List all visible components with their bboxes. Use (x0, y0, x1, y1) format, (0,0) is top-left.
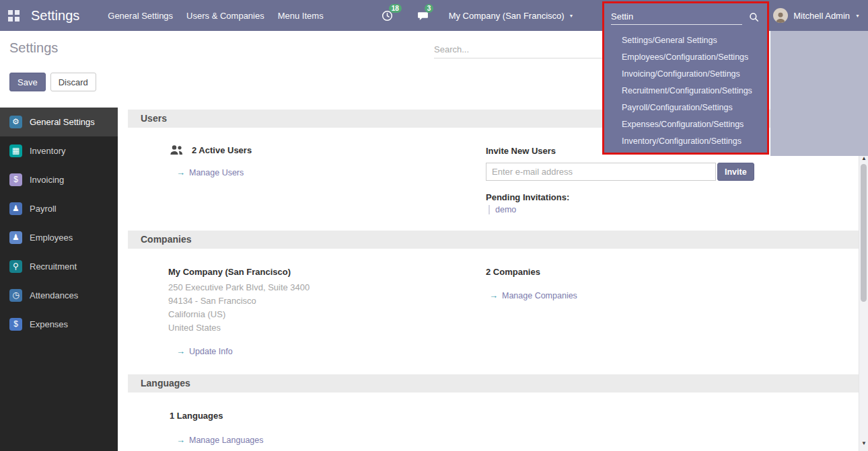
employees-icon: ♟ (9, 231, 22, 244)
sidebar-item-recruitment[interactable]: ⚲ Recruitment (0, 252, 118, 281)
menu-search-results: Settings/General Settings Employees/Conf… (604, 29, 767, 150)
sidebar-item-invoicing[interactable]: $ Invoicing (0, 165, 118, 194)
arrow-right-icon: → (176, 435, 185, 445)
sidebar-item-attendances[interactable]: ◷ Attendances (0, 281, 118, 310)
address-line: California (US) (168, 308, 310, 321)
users-icon (168, 145, 184, 155)
attendances-icon: ◷ (9, 289, 22, 302)
app-name[interactable]: Settings (31, 8, 79, 24)
search-result-item[interactable]: Inventory/Configuration/Settings (604, 133, 767, 150)
company-address: 250 Executive Park Blvd, Suite 3400 9413… (168, 281, 310, 335)
activity-count-badge: 18 (389, 4, 402, 13)
payroll-icon: ♟ (9, 202, 22, 215)
avatar (773, 8, 788, 23)
manage-users-link[interactable]: → Manage Users (176, 167, 244, 177)
company-name: My Company (San Francisco) (168, 267, 291, 277)
top-menu-menu-items[interactable]: Menu Items (278, 8, 324, 24)
top-menu: General Settings Users & Companies Menu … (108, 8, 323, 24)
save-button[interactable]: Save (9, 73, 46, 91)
search-result-item[interactable]: Payroll/Configuration/Settings (604, 99, 767, 116)
recruitment-icon: ⚲ (9, 260, 22, 273)
dropdown-overlay-panel (770, 31, 868, 156)
arrow-right-icon: → (489, 290, 498, 300)
sidebar-item-label: Inventory (30, 146, 65, 156)
address-line: 250 Executive Park Blvd, Suite 3400 (168, 281, 310, 294)
settings-content: Users 2 Active Users → Manage Users Invi… (118, 108, 859, 451)
invite-new-users-label: Invite New Users (486, 146, 556, 156)
message-count-badge: 3 (425, 4, 434, 13)
search-result-item[interactable]: Settings/General Settings (604, 32, 767, 49)
scroll-down-arrow-icon[interactable]: ▼ (860, 440, 868, 446)
address-line: United States (168, 321, 310, 335)
user-menu[interactable]: Mitchell Admin ▼ (773, 8, 860, 23)
section-header-languages: Languages (128, 374, 859, 393)
company-switcher[interactable]: My Company (San Francisco) ▼ (449, 11, 574, 21)
inventory-icon: ▦ (9, 145, 22, 157)
scroll-up-arrow-icon[interactable]: ▲ (860, 155, 868, 161)
invoicing-icon: $ (9, 173, 22, 186)
sidebar-item-expenses[interactable]: $ Expenses (0, 310, 118, 339)
sidebar-item-payroll[interactable]: ♟ Payroll (0, 194, 118, 223)
gear-icon: ⚙ (9, 116, 22, 128)
page-title: Settings (9, 40, 58, 56)
chevron-down-icon: ▼ (855, 13, 860, 18)
manage-companies-link[interactable]: → Manage Companies (489, 290, 577, 300)
invite-row: Invite (486, 163, 754, 181)
sidebar-item-inventory[interactable]: ▦ Inventory (0, 136, 118, 165)
sidebar-item-label: General Settings (30, 117, 95, 127)
manage-languages-link[interactable]: → Manage Languages (176, 435, 264, 445)
company-switcher-label: My Company (San Francisco) (449, 11, 565, 21)
sidebar-item-general-settings[interactable]: ⚙ General Settings (0, 108, 118, 136)
menu-search-input[interactable] (611, 9, 742, 25)
section-header-companies: Companies (128, 231, 859, 249)
expenses-icon: $ (9, 318, 22, 331)
systray: 18 3 (382, 10, 429, 22)
invite-button[interactable]: Invite (717, 163, 754, 181)
sidebar-item-label: Payroll (30, 204, 57, 214)
active-users-label: 2 Active Users (192, 145, 252, 155)
search-icon[interactable] (749, 12, 759, 22)
update-info-link[interactable]: → Update Info (176, 346, 233, 356)
menu-search-dropdown: Settings/General Settings Employees/Conf… (602, 1, 769, 155)
settings-sidebar: ⚙ General Settings ▦ Inventory $ Invoici… (0, 108, 118, 451)
search-result-item[interactable]: Expenses/Configuration/Settings (604, 116, 767, 133)
invite-email-input[interactable] (486, 163, 716, 181)
languages-count: 1 Languages (170, 411, 223, 421)
top-menu-users-companies[interactable]: Users & Companies (186, 8, 264, 24)
sidebar-item-employees[interactable]: ♟ Employees (0, 223, 118, 252)
sidebar-item-label: Employees (30, 233, 73, 243)
address-line: 94134 - San Francisco (168, 294, 310, 308)
odoo-settings-screen: Settings General Settings Users & Compan… (0, 0, 868, 451)
form-buttons: Save Discard (9, 73, 96, 91)
pending-invitation-demo[interactable]: demo (489, 205, 516, 214)
sidebar-item-label: Attendances (30, 290, 78, 300)
pending-invitations-label: Pending Invitations: (486, 192, 569, 202)
sidebar-item-label: Invoicing (30, 175, 64, 185)
user-name: Mitchell Admin (793, 11, 850, 21)
apps-menu-icon[interactable] (8, 10, 20, 22)
chevron-down-icon: ▼ (569, 13, 574, 18)
arrow-right-icon: → (176, 346, 185, 356)
discard-button[interactable]: Discard (50, 73, 96, 91)
activities-button[interactable]: 18 (382, 10, 393, 22)
active-users-row: 2 Active Users (168, 145, 252, 155)
search-result-item[interactable]: Recruitment/Configuration/Settings (604, 83, 767, 99)
companies-count: 2 Companies (486, 267, 540, 277)
menu-search-row (604, 3, 767, 29)
messages-button[interactable]: 3 (417, 10, 429, 22)
sidebar-item-label: Expenses (30, 319, 68, 329)
search-result-item[interactable]: Invoicing/Configuration/Settings (604, 66, 767, 83)
arrow-right-icon: → (176, 167, 185, 177)
search-result-item[interactable]: Employees/Configuration/Settings (604, 49, 767, 66)
top-menu-general-settings[interactable]: General Settings (108, 8, 173, 24)
sidebar-item-label: Recruitment (30, 261, 77, 272)
scrollbar-thumb[interactable] (861, 164, 867, 302)
